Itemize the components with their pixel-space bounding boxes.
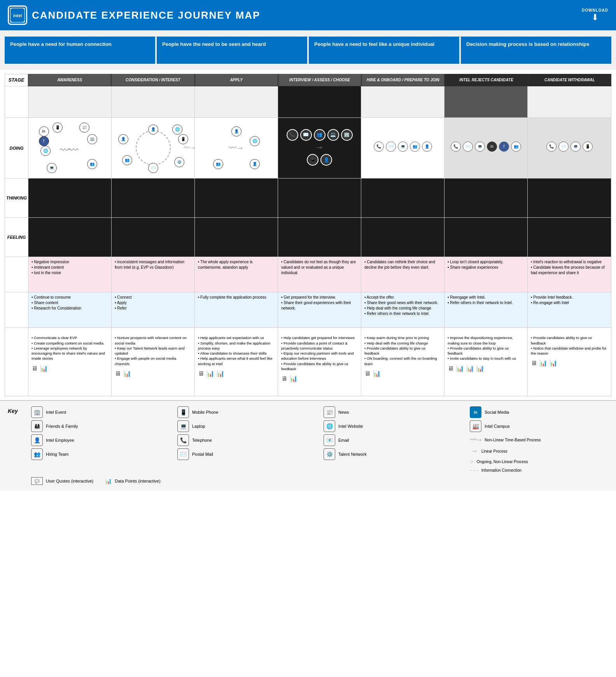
int-mail: ✉️ <box>300 129 312 141</box>
linkedin-icon: in <box>39 126 49 136</box>
nonlinear-time-label: Non-Linear Time-Based Process <box>485 438 541 442</box>
download-label: DOWNLOAD <box>582 8 608 12</box>
opp-label <box>5 292 28 327</box>
action-interview: • Help candidates get prepared for inter… <box>278 328 361 396</box>
email-label: Email <box>338 438 349 443</box>
key-email: 📧 Email <box>324 434 462 446</box>
action-reject: • Improve the dispositioning experience,… <box>444 328 528 396</box>
key-campus: 🏭 Intel Campus <box>470 420 608 432</box>
laptop-icon: 💻 <box>177 420 189 432</box>
action-interview-text: • Help candidates get prepared for inter… <box>281 336 355 371</box>
dashed-line-icon: - - - <box>470 467 478 473</box>
key-inner: Key 🏢 Intel Event 👨‍👩‍👧 Friends & Family… <box>8 406 608 473</box>
pain-reject: • Loop isn't closed appropriately. • Sha… <box>444 257 528 292</box>
int-building: 🏢 <box>341 129 353 141</box>
monitor-icon-6: 🖥 <box>448 364 454 373</box>
thinking-withdrawal <box>528 178 611 217</box>
stage-withdrawal: CANDIDATE WITHDRAWAL <box>528 74 611 86</box>
news-key-icon: 📰 <box>324 406 335 418</box>
svg-text:intel: intel <box>13 13 22 18</box>
int-phone2: 📱 <box>307 154 318 166</box>
mail-icon-1: ✉️ <box>148 163 158 173</box>
feeling-hire <box>361 218 444 257</box>
apply-person2: 👤 <box>250 159 260 169</box>
img-cell-1 <box>28 86 112 117</box>
stage-apply: APPLY <box>195 74 278 86</box>
campus-icon: 🏭 <box>470 420 481 432</box>
actions-label <box>5 328 28 396</box>
action-withdrawal-text: • Provide candidates ability to give us … <box>531 336 607 355</box>
talent-label: Talent Network <box>338 452 367 457</box>
key-grid: 🏢 Intel Event 👨‍👩‍👧 Friends & Family 👤 I… <box>31 406 608 473</box>
pain-awareness: • Negative impression • irrelevant conte… <box>28 257 112 292</box>
phone-icon-2: 📱 <box>178 134 188 144</box>
quotes-label: User Quotes (interactive) <box>46 479 93 483</box>
page-title: CANDIDATE EXPERIENCE JOURNEY MAP <box>32 9 260 21</box>
chart-icon-10: 📊 <box>539 359 547 367</box>
pain-apply: • The whole apply experience is cumberso… <box>195 257 278 292</box>
hiring-icon: 👥 <box>31 448 43 460</box>
action-interview-icons: 🖥 📊 <box>281 374 358 383</box>
key-mobile: 📱 Mobile Phone <box>177 406 316 418</box>
globe-icon-1: 🌐 <box>40 146 51 156</box>
need-card-4: Decision making process is based on rela… <box>461 37 611 64</box>
key-employee: 👤 Intel Employee <box>31 434 170 446</box>
pain-hire: • Candidates can rethink their choice an… <box>361 257 444 292</box>
stage-consideration: CONSIDERATION / INTEREST <box>111 74 194 86</box>
thinking-reject <box>444 178 528 217</box>
intel-logo: intel <box>8 5 27 25</box>
news-label: News <box>338 410 349 415</box>
opp-reject: • Reengage with Intel. • Refer others in… <box>444 292 528 327</box>
intel-event-icon: 🏢 <box>31 406 43 418</box>
ongoing-label: Ongoing, Non-Linear Process <box>477 460 528 464</box>
mobile-icon: 📱 <box>177 406 189 418</box>
key-col-3: 📰 News 🌐 Intel Website 📧 Email ⚙️ Talent… <box>324 406 462 473</box>
int-person: 👤 <box>320 154 332 166</box>
monitor-icon-5: 🖥 <box>364 369 371 378</box>
stage-label: STAGE <box>5 74 28 86</box>
chart-icon-8: 📊 <box>466 364 474 373</box>
key-news: 📰 News <box>324 406 462 418</box>
chart-icon-7: 📊 <box>456 364 464 373</box>
key-col-1: 🏢 Intel Event 👨‍👩‍👧 Friends & Family 👤 I… <box>31 406 170 473</box>
apply-person: 👤 <box>231 126 242 136</box>
need-card-3: People have a need to feel like a unique… <box>309 37 459 64</box>
thinking-interview <box>278 178 361 217</box>
person-top: 👤 <box>148 124 158 135</box>
stage-awareness: AWARENESS <box>28 74 111 86</box>
intel-event-label: Intel Event <box>46 410 66 415</box>
laptop-icon-1: 💻 <box>47 163 57 173</box>
opp-apply: • Fully complete the application process <box>195 292 278 327</box>
feeling-awareness <box>28 218 112 257</box>
feeling-reject <box>444 218 528 257</box>
thinking-hire <box>361 178 444 217</box>
chart-icon-4: 📊 <box>217 369 224 378</box>
friends-label: Friends & Family <box>46 424 78 429</box>
nonlinear-time: 〰→ Non-Linear Time-Based Process <box>470 436 608 444</box>
action-reject-icons: 🖥 📊 📊 📊 <box>448 364 524 373</box>
linear-process: → Linear Process <box>470 446 608 456</box>
action-awareness-text: • Communicate a clear EVP • Create compe… <box>32 336 105 360</box>
thinking-label: THINKING <box>5 178 28 217</box>
facebook-icon: f <box>39 136 49 146</box>
rej-laptop: 💻 <box>475 142 485 152</box>
key-website: 🌐 Intel Website <box>324 420 462 432</box>
phone-icon-1: 📱 <box>52 122 63 133</box>
img-cell-2 <box>112 86 195 117</box>
pain-interview: • Candidates do not feel as though they … <box>278 257 361 292</box>
hire-phone: 📞 <box>374 142 384 152</box>
action-withdrawal-icons: 🖥 📊 📊 <box>531 359 608 367</box>
chart-icon: 📊 <box>40 364 48 373</box>
hire-laptop: 💻 <box>398 142 408 152</box>
monitor-icon-3: 🖥 <box>198 369 204 378</box>
action-hire: • Keep warm during time prior to joining… <box>361 328 444 396</box>
hire-people: 👥 <box>410 142 420 152</box>
action-consideration: • Nurture prospects with relevant conten… <box>112 328 195 396</box>
download-button[interactable]: DOWNLOAD ⬇ <box>582 8 608 23</box>
apply-people: 👥 <box>213 159 223 169</box>
action-awareness-icons: 🖥 📊 <box>32 364 108 373</box>
rej-mail: ✉️ <box>463 142 473 152</box>
action-hire-icons: 🖥 📊 <box>364 369 441 378</box>
wd-mail: ✉️ <box>558 142 569 152</box>
actions-row: • Communicate a clear EVP • Create compe… <box>5 328 611 396</box>
